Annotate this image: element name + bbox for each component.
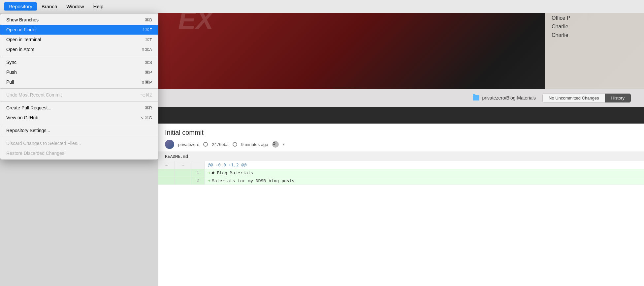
dropdown-view-github[interactable]: View on GitHub ⌥⌘G: [0, 113, 158, 123]
dark-bar: [158, 107, 644, 124]
commit-meta: privatezero 2476eba 9 minutes ago ⚙ ▾: [165, 140, 637, 149]
dropdown-open-finder[interactable]: Open in Finder ⇧⌘F: [0, 25, 158, 35]
dropdown-sync[interactable]: Sync ⌘S: [0, 57, 158, 67]
file-diff: README.md … … @@ -0,0 +1,2 @@ 1 +# Blog-…: [158, 152, 644, 185]
menu-window[interactable]: Window: [62, 2, 88, 11]
menu-repository[interactable]: Repository: [4, 2, 37, 11]
clock-icon: [233, 142, 237, 147]
diff-add-sign-1: +: [208, 170, 210, 175]
repo-label: privatezero/Blog-Materials: [473, 95, 536, 100]
commit-time: 9 minutes ago: [241, 142, 268, 147]
commit-section: Initial commit privatezero 2476eba 9 min…: [158, 124, 644, 286]
dropdown-restore-discarded: Restore Discarded Changes: [0, 148, 158, 158]
list-item-3: Charlie: [552, 24, 637, 30]
dropdown-show-branches[interactable]: Show Branches ⌘B: [0, 15, 158, 25]
diff-col-right-hunk: …: [175, 161, 191, 169]
diff-old-linenum-2: [158, 177, 175, 185]
file-name-row: README.md: [158, 152, 644, 161]
menu-branch[interactable]: Branch: [37, 2, 62, 11]
separator-5: [0, 137, 158, 137]
gear-icon[interactable]: ⚙: [272, 141, 279, 148]
image-area: EX Winneba Office P Charlie Charlie: [158, 0, 644, 89]
list-item-2: Office P: [552, 15, 637, 21]
repository-dropdown: Show Branches ⌘B Open in Finder ⇧⌘F Open…: [0, 13, 158, 160]
menu-help[interactable]: Help: [89, 2, 108, 11]
separator-3: [0, 101, 158, 101]
hash-icon: [203, 142, 208, 147]
diff-row-1: 1 +# Blog-Materials: [158, 169, 644, 177]
commit-hash: 2476eba: [212, 142, 229, 147]
side-list-overlay: Winneba Office P Charlie Charlie: [545, 0, 644, 89]
no-uncommitted-button[interactable]: No Uncommitted Changes: [542, 94, 605, 102]
diff-new-linenum-2: [175, 177, 191, 185]
separator-1: [0, 56, 158, 56]
diff-linenum-1: 1: [191, 169, 205, 177]
history-button[interactable]: History: [605, 94, 631, 102]
commit-title: Initial commit: [165, 129, 637, 136]
diff-content-1: +# Blog-Materials: [205, 169, 644, 177]
diff-hunk-row: … … @@ -0,0 +1,2 @@: [158, 161, 644, 169]
dropdown-pull[interactable]: Pull ⇧⌘P: [0, 77, 158, 87]
diff-col-linenum-hunk: [191, 161, 205, 169]
diff-col-left-hunk: …: [158, 161, 175, 169]
separator-2: [0, 88, 158, 89]
commit-author: privatezero: [178, 142, 199, 147]
dropdown-push[interactable]: Push ⌘P: [0, 67, 158, 77]
dropdown-discard-changes: Discard Changes to Selected Files...: [0, 138, 158, 148]
diff-old-linenum-1: [158, 169, 175, 177]
dropdown-open-atom[interactable]: Open in Atom ⇧⌘A: [0, 44, 158, 54]
diff-row-2: 2 +Materials for my NDSR blog posts: [158, 177, 644, 185]
dropdown-open-terminal[interactable]: Open in Terminal ⌘T: [0, 35, 158, 44]
diff-content-2: +Materials for my NDSR blog posts: [205, 177, 644, 185]
menu-bar: Repository Branch Window Help: [0, 0, 644, 13]
diff-new-linenum-1: [175, 169, 191, 177]
dropdown-repo-settings[interactable]: Repository Settings...: [0, 126, 158, 135]
repo-name: privatezero/Blog-Materials: [482, 95, 536, 100]
diff-line-text-2: Materials for my NDSR blog posts: [212, 178, 294, 183]
diff-add-sign-2: +: [208, 178, 210, 183]
folder-icon: [473, 95, 479, 100]
diff-linenum-2: 2: [191, 177, 205, 185]
chevron-down-icon[interactable]: ▾: [283, 142, 285, 147]
separator-4: [0, 124, 158, 124]
avatar: [165, 140, 174, 149]
diff-hunk-content: @@ -0,0 +1,2 @@: [205, 161, 644, 169]
commit-header: Initial commit privatezero 2476eba 9 min…: [158, 124, 644, 152]
dropdown-undo-commit: Undo Most Recent Commit ⌥⌘Z: [0, 90, 158, 100]
main-content: EX Winneba Office P Charlie Charlie priv…: [158, 0, 644, 286]
toolbar-row: privatezero/Blog-Materials No Uncommitte…: [158, 89, 644, 107]
list-item-4: Charlie: [552, 32, 637, 38]
diff-line-text-1: # Blog-Materials: [212, 170, 253, 175]
dropdown-create-pr[interactable]: Create Pull Request... ⌘R: [0, 103, 158, 113]
